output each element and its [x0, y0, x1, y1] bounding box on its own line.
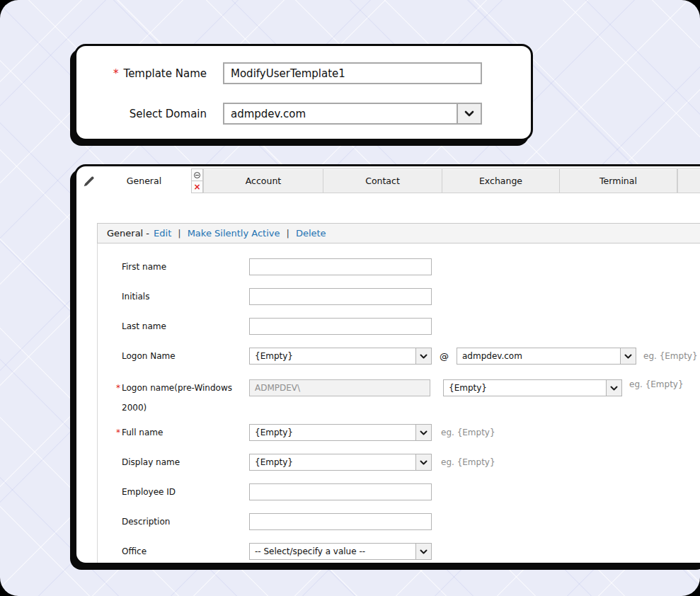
tab-strip: General × Account Contact Exchange Termi…: [97, 168, 700, 193]
display-name-value: {Empty}: [250, 454, 415, 470]
template-card: *Template Name Select Domain admpdev.com: [74, 44, 533, 141]
close-tab-button[interactable]: ×: [191, 181, 203, 193]
domain-select-value: admpdev.com: [224, 104, 457, 123]
screen-background: *Template Name Select Domain admpdev.com: [0, 0, 700, 596]
logon-name-row: Logon Name {Empty} @ admpdev.com eg. {Em…: [98, 341, 700, 371]
logon-pre2000-row: * Logon name(pre-Windows 2000) ADMPDEV\ …: [98, 371, 700, 418]
first-name-row: First name: [98, 252, 700, 282]
section-action-bar: General - Edit | Make Silently Active | …: [97, 223, 700, 243]
chevron-down-icon[interactable]: [620, 348, 636, 364]
display-name-select[interactable]: {Empty}: [249, 454, 432, 471]
required-asterisk: *: [116, 428, 120, 437]
section-title: General -: [107, 228, 149, 239]
edit-link[interactable]: Edit: [154, 228, 171, 239]
delete-link[interactable]: Delete: [296, 228, 326, 239]
required-asterisk: *: [113, 67, 119, 80]
logon-name-value: {Empty}: [250, 348, 415, 364]
circle-minus-icon: [194, 172, 200, 178]
full-name-row: * Full name {Empty} eg. {Empty}: [98, 418, 700, 447]
domain-select[interactable]: admpdev.com: [223, 103, 482, 125]
full-name-select[interactable]: {Empty}: [249, 424, 432, 441]
link-separator: |: [286, 228, 289, 239]
employee-id-row: Employee ID: [98, 477, 700, 507]
tab-tools: ×: [191, 168, 203, 193]
logon-domain-select[interactable]: admpdev.com: [457, 348, 636, 365]
logon-pre2000-label: * Logon name(pre-Windows 2000): [122, 379, 249, 415]
example-hint: eg. {Empty}: [629, 379, 684, 389]
chevron-down-icon[interactable]: [415, 425, 431, 440]
full-name-value: {Empty}: [250, 425, 415, 440]
close-icon: ×: [193, 183, 200, 191]
first-name-label: First name: [122, 262, 249, 272]
office-value: -- Select/specify a value --: [250, 544, 415, 559]
last-name-label: Last name: [122, 321, 249, 331]
initials-row: Initials: [98, 282, 700, 311]
tab-terminal[interactable]: Terminal: [559, 168, 677, 193]
description-input[interactable]: [249, 513, 432, 530]
logon-pre2000-value: {Empty}: [444, 380, 606, 396]
tab-general[interactable]: General: [97, 168, 191, 193]
office-row: Office -- Select/specify a value --: [98, 537, 700, 563]
tab-stub: [677, 168, 700, 193]
chevron-down-icon[interactable]: [415, 348, 431, 364]
example-hint: eg. {Empty}: [643, 351, 698, 361]
select-domain-label: Select Domain: [76, 108, 207, 120]
logon-name-label: Logon Name: [122, 351, 249, 361]
first-name-input[interactable]: [249, 258, 432, 275]
description-label: Description: [122, 517, 249, 527]
template-name-row: *Template Name: [76, 62, 482, 84]
display-name-row: Display name {Empty} eg. {Empty}: [98, 447, 700, 477]
employee-id-input[interactable]: [249, 483, 432, 500]
last-name-input[interactable]: [249, 318, 432, 335]
tab-account[interactable]: Account: [203, 168, 323, 193]
initials-input[interactable]: [249, 288, 432, 305]
description-row: Description: [98, 507, 700, 537]
full-name-label: * Full name: [122, 428, 249, 437]
chevron-down-icon[interactable]: [415, 454, 431, 470]
office-label: Office: [122, 546, 249, 556]
tab-contact[interactable]: Contact: [323, 168, 442, 193]
logon-pre2000-prefix-field: ADMPDEV\: [249, 379, 430, 396]
chevron-down-icon[interactable]: [457, 104, 481, 123]
chevron-down-icon[interactable]: [606, 380, 621, 396]
last-name-row: Last name: [98, 311, 700, 341]
logon-domain-value: admpdev.com: [457, 348, 620, 364]
link-separator: |: [178, 228, 180, 239]
make-silently-active-link[interactable]: Make Silently Active: [188, 228, 280, 239]
general-form-panel: First name Initials Last name Logon Name…: [97, 243, 700, 563]
office-select[interactable]: -- Select/specify a value --: [249, 543, 432, 560]
example-hint: eg. {Empty}: [441, 428, 495, 437]
tab-exchange[interactable]: Exchange: [442, 168, 559, 193]
example-hint: eg. {Empty}: [441, 457, 495, 467]
logon-name-select[interactable]: {Empty}: [249, 348, 432, 365]
template-name-label: *Template Name: [76, 67, 207, 80]
initials-label: Initials: [122, 292, 249, 302]
required-asterisk: *: [116, 383, 120, 393]
select-domain-row: Select Domain admpdev.com: [76, 103, 482, 125]
pencil-icon: [83, 175, 96, 188]
template-name-input[interactable]: [223, 62, 482, 84]
display-name-label: Display name: [122, 457, 249, 467]
employee-id-label: Employee ID: [122, 487, 249, 497]
chevron-down-icon[interactable]: [415, 544, 431, 559]
template-editor-card: General × Account Contact Exchange Termi…: [74, 164, 700, 565]
logon-pre2000-select[interactable]: {Empty}: [443, 379, 622, 396]
collapse-tab-button[interactable]: [191, 168, 203, 181]
at-symbol: @: [440, 351, 449, 362]
